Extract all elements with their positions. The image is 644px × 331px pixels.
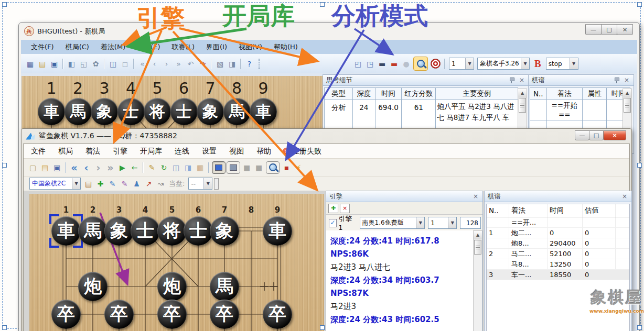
save-icon[interactable]: ▣	[51, 162, 62, 173]
paste-position-icon[interactable]: ◻	[120, 58, 131, 69]
selection-handle[interactable]	[2, 325, 7, 330]
selection-handle[interactable]	[2, 2, 7, 7]
next-icon[interactable]: ›	[93, 162, 104, 173]
table-row[interactable]: 2马二...521000	[487, 249, 629, 259]
selection-handle[interactable]	[320, 2, 325, 7]
edit-icon[interactable]: ✎	[107, 178, 118, 189]
close-button[interactable]: ×	[603, 130, 626, 140]
board-piece[interactable]: 炮	[78, 272, 108, 301]
flip-board-icon[interactable]: ◧	[66, 58, 77, 69]
board-piece[interactable]: 車	[250, 98, 277, 125]
board-icon[interactable]: ▦	[25, 58, 36, 69]
table-row[interactable]: 1炮二...00	[487, 228, 629, 238]
bhgui-titlebar[interactable]: 兵 BHGUI(test) - 新棋局	[19, 23, 639, 40]
engine-checkbox[interactable]: ✓	[329, 219, 337, 227]
engine-hash-input[interactable]: 128	[460, 217, 481, 229]
snapshot-icon[interactable]: ▧	[214, 58, 226, 69]
table-row[interactable]: 马8...132500	[487, 259, 629, 270]
menu-item-1[interactable]: 棋局(C)	[60, 42, 95, 52]
paste-icon[interactable]: ▥	[195, 162, 206, 173]
shark-board[interactable]: 123456789車馬象士将士象車炮炮馬卒卒卒卒卒	[29, 194, 324, 331]
board-piece[interactable]: 馬	[78, 216, 108, 246]
target-icon[interactable]	[431, 59, 441, 69]
scroll-up-icon[interactable]: ▲	[518, 89, 527, 97]
board-piece[interactable]: 士	[131, 216, 160, 246]
tools-icon[interactable]: ↝	[155, 178, 166, 189]
board-piece[interactable]: 車	[38, 98, 65, 125]
prev-icon[interactable]: ‹	[81, 162, 92, 173]
shark-titlebar[interactable]: 鲨鱼象棋 V1.7.6 —— QQ群：47358882	[22, 129, 631, 144]
board-piece[interactable]: 将	[144, 98, 171, 125]
remove-engine-icon[interactable]: ×	[340, 204, 350, 213]
save-icon[interactable]: ▣	[49, 58, 60, 69]
board-piece[interactable]: 卒	[210, 300, 239, 329]
engine-name-select[interactable]: 南奥1.6免费版▼	[360, 217, 425, 229]
pen-icon[interactable]: ✎	[119, 178, 130, 189]
board-piece[interactable]: 卒	[51, 300, 81, 329]
selection-handle[interactable]	[637, 325, 642, 330]
board-piece[interactable]: 車	[263, 216, 292, 246]
engine-count-select[interactable]: 1▼	[449, 58, 474, 70]
menu-item-2[interactable]: 着法	[79, 147, 106, 156]
minimize-button[interactable]: —	[585, 24, 602, 35]
layout-board-button[interactable]	[212, 161, 226, 174]
board-piece[interactable]: 馬	[210, 272, 239, 301]
board-piece[interactable]: 象	[210, 216, 239, 246]
menu-item-0[interactable]: 文件	[25, 147, 52, 156]
menu-item-7[interactable]: 帮助(H)	[268, 42, 304, 52]
next-move-icon[interactable]: ›	[161, 58, 172, 69]
board-piece[interactable]: 象	[197, 98, 224, 125]
table-row[interactable]: 炮8...2904000	[487, 238, 629, 249]
stop-dot-icon[interactable]: ▪	[281, 162, 292, 173]
help-icon[interactable]: ?	[244, 58, 255, 69]
takeback-icon[interactable]: ←	[129, 162, 140, 173]
table-row[interactable]: ==开始==	[530, 100, 630, 120]
selection-handle[interactable]	[320, 325, 325, 330]
menu-item-0[interactable]: 文件(F)	[25, 42, 60, 52]
menu-item-3[interactable]: 引擎(E)	[131, 42, 166, 52]
scroll-thumb[interactable]	[519, 98, 526, 113]
board-piece[interactable]: 象	[104, 216, 134, 246]
scroll-thumb[interactable]	[624, 98, 631, 113]
jump-icon[interactable]: ↗	[143, 178, 154, 189]
selection-handle[interactable]	[637, 163, 642, 168]
maximize-button[interactable]: □	[601, 24, 617, 35]
table-row[interactable]: ==开...	[487, 217, 629, 228]
dangpan-select[interactable]: --▼	[188, 178, 212, 190]
copy-position-icon[interactable]: ◫	[108, 58, 119, 69]
blunder-check-button[interactable]: B	[534, 58, 541, 70]
minimize-button[interactable]: —	[575, 130, 589, 140]
copy-icon[interactable]: ◨	[183, 162, 194, 173]
open-icon[interactable]: ▤	[39, 162, 50, 173]
undo-icon[interactable]: ↶	[185, 58, 196, 69]
analysis-button[interactable]	[266, 161, 280, 174]
pin-icon[interactable]	[509, 77, 514, 84]
monitor-icon[interactable]: ▬	[377, 58, 388, 69]
scroll-thumb[interactable]	[474, 240, 481, 255]
menu-item-4[interactable]: 联赛(L)	[166, 42, 200, 52]
engine-threads-select[interactable]: 1▼	[428, 217, 457, 229]
edit-board-icon[interactable]: ✎	[146, 162, 157, 173]
new-icon[interactable]: ▢	[27, 162, 38, 173]
engine-scrollbar[interactable]: ▲	[473, 230, 482, 331]
board-piece[interactable]: 士	[184, 216, 213, 246]
analysis-mode-button[interactable]	[413, 57, 428, 71]
menu-item-8[interactable]: 帮助	[250, 147, 277, 156]
last-move-icon[interactable]: »	[173, 58, 184, 69]
menu-item-5[interactable]: 连线	[168, 147, 196, 156]
scroll-up-icon[interactable]: ▲	[623, 89, 631, 97]
first-icon[interactable]: «	[69, 162, 80, 173]
close-icon[interactable]: ×	[623, 76, 630, 84]
board-piece[interactable]: 士	[117, 98, 145, 125]
menu-item-4[interactable]: 开局库	[134, 147, 168, 156]
menu-item-7[interactable]: 视图	[223, 147, 250, 156]
play-icon[interactable]: ▶	[117, 162, 128, 173]
close-button[interactable]: ×	[617, 24, 633, 35]
close-icon[interactable]: ×	[472, 193, 479, 200]
clock-icon[interactable]: ◱	[78, 58, 89, 69]
board-piece[interactable]: 将	[157, 216, 187, 246]
engine-name-select[interactable]: 象棋名手3.26▼	[477, 58, 530, 70]
board-piece[interactable]: 卒	[104, 300, 134, 329]
board-piece[interactable]: 士	[170, 98, 198, 125]
monitor-red-icon[interactable]: ▬	[389, 58, 400, 69]
